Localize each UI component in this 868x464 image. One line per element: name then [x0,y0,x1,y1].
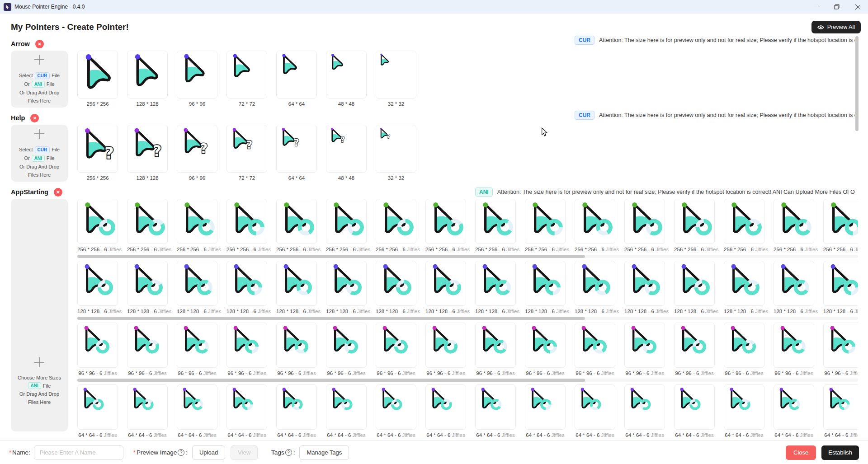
cursor-preview-card[interactable] [624,199,665,244]
cursor-preview-card[interactable] [475,384,516,430]
vertical-scrollbar[interactable] [855,36,859,131]
cursor-preview-card[interactable] [823,261,858,306]
cursor-preview-card[interactable] [77,323,118,368]
cursor-preview-card[interactable] [774,323,814,368]
cursor-preview-card[interactable] [177,323,217,368]
cursor-preview-card[interactable] [724,261,764,306]
cursor-preview-card[interactable] [624,261,665,306]
cursor-preview-card[interactable] [326,384,367,430]
cursor-preview-card[interactable] [624,323,665,368]
cursor-preview-card[interactable] [575,261,615,306]
establish-button[interactable]: Establish [821,445,859,460]
cursor-preview-card[interactable] [177,51,217,98]
cursor-preview-card[interactable] [724,199,764,244]
cursor-preview-card[interactable]: ? [376,125,416,173]
cursor-preview-card[interactable] [525,323,566,368]
cursor-preview-card[interactable] [575,323,615,368]
cursor-preview-card[interactable] [525,199,566,244]
cursor-preview-card[interactable] [276,51,317,98]
cursor-preview-card[interactable] [425,261,466,306]
cursor-preview-card[interactable] [276,199,317,244]
file-upload-dropzone[interactable]: Choose More SizesANIFileOr Drag And Drop… [11,199,68,431]
cursor-preview-card[interactable] [127,323,168,368]
cursor-preview-card[interactable] [77,261,118,306]
cursor-preview-card[interactable] [127,51,168,98]
cursor-preview-card[interactable] [376,51,416,98]
cursor-preview-card[interactable] [77,51,118,98]
remove-section-button[interactable]: ✕ [30,114,39,122]
cursor-preview-card[interactable] [77,384,118,430]
cursor-preview-card[interactable] [127,384,168,430]
cursor-preview-card[interactable] [674,384,715,430]
horizontal-scrollbar[interactable] [77,255,858,258]
cursor-preview-card[interactable] [475,323,516,368]
file-upload-dropzone[interactable]: SelectCURFileOrANIFileOr Drag And DropFi… [11,125,68,182]
cursor-preview-card[interactable] [425,323,466,368]
name-input[interactable] [34,445,123,460]
cursor-preview-card[interactable] [376,261,416,306]
cursor-preview-card[interactable] [425,384,466,430]
cursor-preview-card[interactable] [226,51,267,98]
cursor-preview-card[interactable] [376,384,416,430]
cursor-preview-card[interactable] [575,384,615,430]
preview-all-button[interactable]: Preview All [811,21,861,33]
scrollbar-thumb[interactable] [77,379,585,382]
cursor-preview-card[interactable] [326,323,367,368]
close-button[interactable]: Close [786,445,816,460]
cursor-preview-card[interactable] [425,199,466,244]
cursor-preview-card[interactable] [774,261,814,306]
help-circle-icon[interactable]: ? [178,449,184,456]
help-circle-icon[interactable]: ? [285,449,292,456]
restore-button[interactable] [826,0,847,14]
scrollbar-thumb[interactable] [77,317,585,320]
cursor-preview-card[interactable] [823,384,858,430]
cursor-preview-card[interactable]: ? [326,125,367,173]
cursor-preview-card[interactable] [326,261,367,306]
cursor-preview-card[interactable]: ? [77,125,118,173]
horizontal-scrollbar[interactable] [77,317,858,320]
cursor-preview-card[interactable]: ? [127,125,168,173]
minimize-button[interactable] [806,0,826,14]
cursor-preview-card[interactable] [226,261,267,306]
cursor-preview-card[interactable]: ? [226,125,267,173]
remove-section-button[interactable]: ✕ [35,40,44,48]
cursor-preview-card[interactable] [276,323,317,368]
cursor-preview-card[interactable] [674,261,715,306]
cursor-preview-card[interactable] [326,199,367,244]
cursor-preview-card[interactable] [525,261,566,306]
cursor-preview-card[interactable] [127,199,168,244]
scrollbar-thumb[interactable] [77,255,585,258]
close-window-button[interactable] [847,0,868,14]
cursor-preview-card[interactable] [226,384,267,430]
cursor-preview-card[interactable] [326,51,367,98]
cursor-preview-card[interactable] [774,384,814,430]
cursor-preview-card[interactable] [823,323,858,368]
cursor-preview-card[interactable] [475,199,516,244]
cursor-preview-card[interactable] [177,384,217,430]
cursor-preview-card[interactable] [127,261,168,306]
file-upload-dropzone[interactable]: SelectCURFileOrANIFileOr Drag And DropFi… [11,51,68,108]
cursor-preview-card[interactable] [376,323,416,368]
cursor-preview-card[interactable] [774,199,814,244]
cursor-preview-card[interactable] [575,199,615,244]
cursor-preview-card[interactable] [674,199,715,244]
cursor-preview-card[interactable]: ? [276,125,317,173]
cursor-preview-card[interactable] [823,199,858,244]
cursor-preview-card[interactable] [624,384,665,430]
cursor-preview-card[interactable] [724,323,764,368]
cursor-preview-card[interactable] [226,199,267,244]
cursor-preview-card[interactable] [177,261,217,306]
cursor-preview-card[interactable]: ? [177,125,217,173]
cursor-preview-card[interactable] [475,261,516,306]
horizontal-scrollbar[interactable] [77,379,858,382]
cursor-preview-card[interactable] [276,261,317,306]
upload-button[interactable]: Upload [192,445,225,460]
cursor-preview-card[interactable] [276,384,317,430]
cursor-preview-card[interactable] [724,384,764,430]
cursor-preview-card[interactable] [674,323,715,368]
view-button[interactable]: View [231,445,258,460]
cursor-preview-card[interactable] [226,323,267,368]
cursor-preview-card[interactable] [376,199,416,244]
manage-tags-button[interactable]: Manage Tags [299,445,349,460]
remove-section-button[interactable]: ✕ [54,188,62,197]
